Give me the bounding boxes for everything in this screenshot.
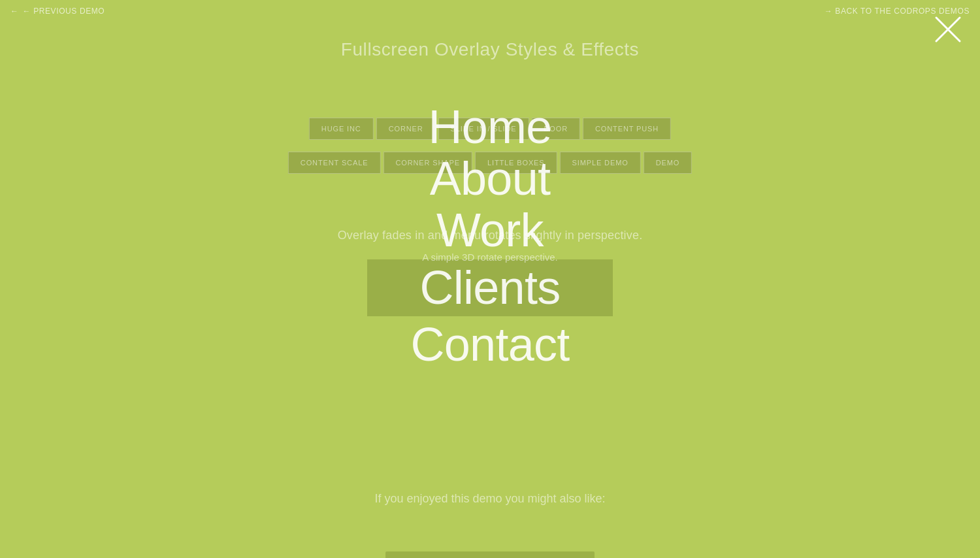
nav-item-contact[interactable]: Contact — [410, 319, 569, 370]
prev-demo-label: ← PREVIOUS DEMO — [23, 7, 105, 16]
description-line2: A simple 3D rotate perspective. — [0, 252, 980, 263]
page-title: Fullscreen Overlay Styles & Effects — [0, 39, 980, 60]
nav-item-home[interactable]: Home — [428, 101, 551, 153]
close-button[interactable] — [932, 13, 964, 46]
bottom-text: If you enjoyed this demo you might also … — [0, 492, 980, 506]
prev-arrow-icon: ← — [10, 7, 19, 16]
nav-item-clients[interactable]: Clients — [367, 259, 612, 316]
prev-demo-link[interactable]: ← ← PREVIOUS DEMO — [10, 7, 105, 16]
bottom-bar-hint — [385, 551, 595, 558]
top-bar: ← ← PREVIOUS DEMO → BACK TO THE CODROPS … — [0, 0, 980, 22]
nav-item-about[interactable]: About — [430, 153, 551, 205]
description-line1: Overlay fades in and menu rotates slight… — [0, 229, 980, 242]
